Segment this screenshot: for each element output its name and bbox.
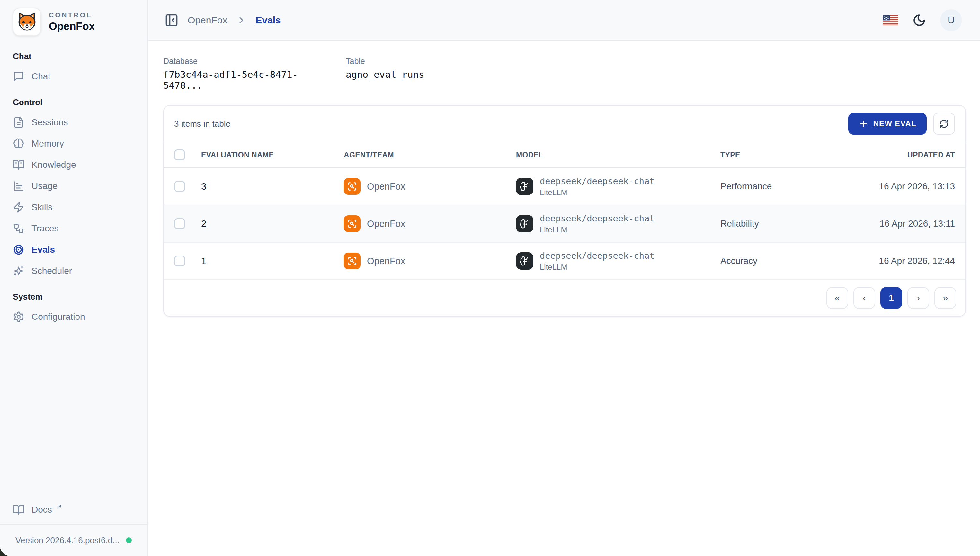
sparkles-icon xyxy=(13,265,24,277)
current-page-button[interactable]: 1 xyxy=(880,287,902,309)
openfox-logo xyxy=(13,8,41,36)
version-text: Version 2026.4.16.post6.d... xyxy=(15,535,119,545)
updated-at: 16 Apr 2026, 13:11 xyxy=(880,218,955,229)
model-cell: deepseek/deepseek-chat LiteLLM xyxy=(516,176,720,197)
us-flag-icon[interactable] xyxy=(883,15,898,25)
sidebar-item-label: Configuration xyxy=(31,312,85,322)
evals-table-card: 3 items in table NEW EVAL xyxy=(163,105,966,317)
agent-scan-search-icon xyxy=(344,253,360,269)
table-toolbar: 3 items in table NEW EVAL xyxy=(164,106,965,142)
version-bar: Version 2026.4.16.post6.d... xyxy=(0,524,147,556)
column-agent-team: AGENT/TEAM xyxy=(344,151,516,159)
model-name: deepseek/deepseek-chat xyxy=(540,213,655,223)
docs-label: Docs xyxy=(31,504,52,515)
model-provider: LiteLLM xyxy=(540,225,655,234)
gear-icon xyxy=(13,311,24,323)
evaluation-name: 1 xyxy=(201,256,344,267)
brand-label: CONTROL xyxy=(49,11,95,19)
evaluation-name: 2 xyxy=(201,218,344,229)
updated-at: 16 Apr 2026, 13:13 xyxy=(879,181,955,192)
breadcrumb-current[interactable]: Evals xyxy=(255,15,281,26)
last-page-button[interactable]: » xyxy=(934,287,956,309)
docs-link[interactable]: Docs xyxy=(0,496,147,524)
agent-name: OpenFox xyxy=(367,181,405,192)
nav-section-chat: Chat xyxy=(13,52,134,61)
nav-section-system: System xyxy=(13,292,134,302)
plus-icon xyxy=(859,119,868,129)
table-row[interactable]: 1 OpenFox deepseek/deepseek-chat xyxy=(164,242,965,280)
first-page-button[interactable]: « xyxy=(827,287,848,309)
sidebar-item-label: Evals xyxy=(31,244,55,255)
sidebar-item-knowledge[interactable]: Knowledge xyxy=(13,154,134,176)
agent-cell: OpenFox xyxy=(344,178,516,195)
table-row[interactable]: 2 OpenFox deepseek/deepseek-chat xyxy=(164,205,965,242)
table-header-row: EVALUATION NAME AGENT/TEAM MODEL TYPE UP… xyxy=(164,142,965,168)
sidebar-item-label: Knowledge xyxy=(31,160,76,170)
moon-icon[interactable] xyxy=(912,13,926,27)
column-model: MODEL xyxy=(516,151,720,159)
agent-name: OpenFox xyxy=(367,218,405,229)
chat-bubble-icon xyxy=(13,71,24,82)
sidebar-item-memory[interactable]: Memory xyxy=(13,133,134,154)
agent-cell: OpenFox xyxy=(344,215,516,232)
brand-name: OpenFox xyxy=(49,20,95,32)
agent-name: OpenFox xyxy=(367,256,405,267)
model-cell: deepseek/deepseek-chat LiteLLM xyxy=(516,213,720,234)
sidebar-item-chat[interactable]: Chat xyxy=(13,66,134,87)
select-all-checkbox[interactable] xyxy=(174,149,185,160)
bar-chart-icon xyxy=(13,180,24,192)
model-provider: LiteLLM xyxy=(540,188,655,197)
workflow-icon xyxy=(13,223,24,234)
sidebar-item-configuration[interactable]: Configuration xyxy=(13,306,134,328)
row-checkbox[interactable] xyxy=(174,218,185,229)
eval-type: Performance xyxy=(720,181,879,192)
app-window: CONTROL OpenFox Chat Chat Control Sessio… xyxy=(0,0,980,556)
sidebar-item-skills[interactable]: Skills xyxy=(13,197,134,218)
topbar: OpenFox Evals xyxy=(148,0,980,41)
next-page-button[interactable]: › xyxy=(907,287,929,309)
pagination: « ‹ 1 › » xyxy=(164,280,965,316)
eval-type: Accuracy xyxy=(720,256,879,266)
sidebar-item-evals[interactable]: Evals xyxy=(13,239,134,260)
sidebar-nav: Chat Chat Control Sessions Memory xyxy=(0,40,147,328)
model-name: deepseek/deepseek-chat xyxy=(540,176,655,186)
row-checkbox[interactable] xyxy=(174,255,185,267)
table-row[interactable]: 3 OpenFox deepseek/deepseek-chat xyxy=(164,168,965,205)
model-provider-icon xyxy=(516,252,533,270)
sidebar-collapse-icon[interactable] xyxy=(165,13,179,27)
new-eval-label: NEW EVAL xyxy=(873,119,917,128)
refresh-icon xyxy=(939,119,949,129)
model-provider: LiteLLM xyxy=(540,263,655,272)
fox-face-icon xyxy=(16,11,38,33)
dataset-meta: Database f7b3c44a-adf1-5e4c-8471-5478...… xyxy=(163,57,966,91)
sidebar-item-traces[interactable]: Traces xyxy=(13,218,134,239)
new-eval-button[interactable]: NEW EVAL xyxy=(848,113,927,135)
model-provider-icon xyxy=(516,178,533,195)
sidebar-item-label: Traces xyxy=(31,223,59,234)
eval-type: Reliability xyxy=(720,218,880,229)
sidebar-item-label: Skills xyxy=(31,202,52,212)
book-icon xyxy=(13,504,24,516)
refresh-button[interactable] xyxy=(933,113,955,135)
updated-at: 16 Apr 2026, 12:44 xyxy=(879,256,955,266)
sidebar: CONTROL OpenFox Chat Chat Control Sessio… xyxy=(0,0,148,556)
model-provider-icon xyxy=(516,215,533,232)
prev-page-button[interactable]: ‹ xyxy=(853,287,875,309)
column-type: TYPE xyxy=(720,151,907,159)
table-label: Table xyxy=(346,57,424,66)
breadcrumb-root[interactable]: OpenFox xyxy=(188,15,227,26)
zap-icon xyxy=(13,202,24,213)
main-area: OpenFox Evals xyxy=(148,0,980,556)
database-label: Database xyxy=(163,57,319,66)
avatar[interactable]: U xyxy=(940,9,962,31)
column-evaluation-name: EVALUATION NAME xyxy=(201,151,344,159)
sidebar-item-usage[interactable]: Usage xyxy=(13,176,134,197)
external-link-icon xyxy=(56,503,62,510)
table-value: agno_eval_runs xyxy=(346,69,424,80)
nav-section-control: Control xyxy=(13,97,134,107)
row-checkbox[interactable] xyxy=(174,181,185,192)
sidebar-item-scheduler[interactable]: Scheduler xyxy=(13,260,134,281)
model-name: deepseek/deepseek-chat xyxy=(540,251,655,261)
sidebar-item-sessions[interactable]: Sessions xyxy=(13,112,134,133)
sidebar-item-label: Memory xyxy=(31,139,64,149)
